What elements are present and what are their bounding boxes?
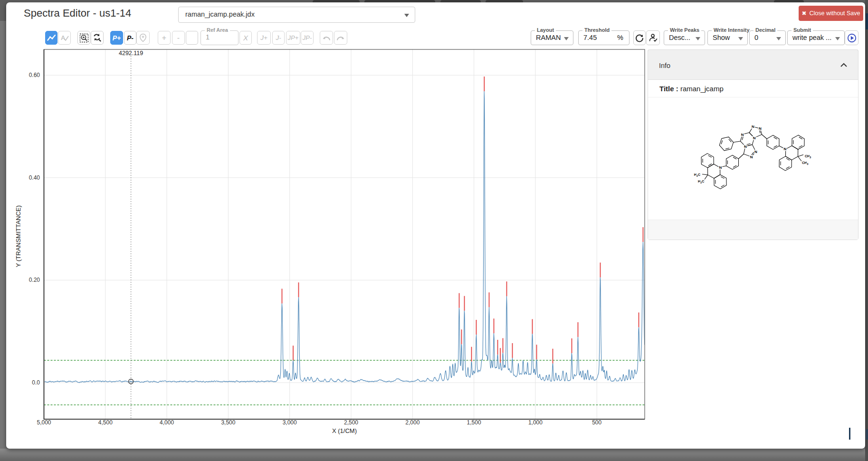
svg-text:H3C: H3C <box>694 173 700 177</box>
svg-text:500: 500 <box>592 419 601 426</box>
svg-text:H3C: H3C <box>698 180 704 184</box>
svg-text:4,500: 4,500 <box>98 419 113 426</box>
svg-text:0.40: 0.40 <box>29 174 40 181</box>
svg-text:3,500: 3,500 <box>221 419 235 426</box>
svg-text:5,000: 5,000 <box>37 419 51 426</box>
svg-text:4292.119: 4292.119 <box>119 50 143 57</box>
svg-text:0.20: 0.20 <box>29 277 40 283</box>
svg-text:N: N <box>741 133 744 137</box>
svg-text:N: N <box>752 125 754 129</box>
svg-text:0.60: 0.60 <box>29 72 40 78</box>
svg-text:0.0: 0.0 <box>32 379 40 386</box>
svg-text:X (1/CM): X (1/CM) <box>332 427 357 434</box>
svg-text:N: N <box>744 144 747 149</box>
svg-text:4,000: 4,000 <box>160 419 174 426</box>
svg-text:CH3: CH3 <box>805 154 811 159</box>
svg-text:N: N <box>754 150 757 154</box>
svg-text:2,000: 2,000 <box>405 419 420 426</box>
svg-text:2,500: 2,500 <box>344 419 358 426</box>
svg-text:N: N <box>750 155 753 159</box>
svg-text:Y (TRANSMITTANCE): Y (TRANSMITTANCE) <box>15 205 22 267</box>
svg-text:CH3: CH3 <box>802 161 808 165</box>
svg-text:3,000: 3,000 <box>283 419 297 426</box>
svg-text:N: N <box>784 147 787 151</box>
svg-text:N: N <box>753 136 756 140</box>
svg-text:1,000: 1,000 <box>528 419 543 426</box>
svg-text:N: N <box>759 126 762 131</box>
svg-text:N: N <box>719 165 722 170</box>
svg-text:1,500: 1,500 <box>467 419 481 426</box>
